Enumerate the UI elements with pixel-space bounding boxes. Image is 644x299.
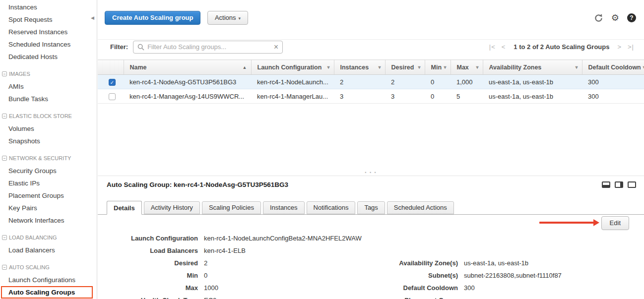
edit-button[interactable]: Edit [601, 216, 629, 230]
tab-tags[interactable]: Tags [357, 201, 385, 214]
collapse-section-icon: − [2, 71, 7, 76]
tab-instances[interactable]: Instances [263, 201, 305, 214]
tab-activity-history[interactable]: Activity History [144, 201, 200, 214]
column-header-inner: Max▾ [457, 64, 479, 71]
help-icon[interactable]: ? [627, 13, 636, 22]
column-header-availability-zones[interactable]: Availability Zones▾ [483, 60, 582, 75]
sidebar-section-label: ELASTIC BLOCK STORE [9, 113, 72, 119]
field-value-default-cooldown: 300 [464, 283, 562, 296]
sidebar-item-instances[interactable]: Instances [0, 1, 97, 13]
collapse-section-icon: − [2, 235, 7, 240]
next-page-button[interactable]: > [617, 43, 622, 51]
filter-input[interactable] [147, 43, 274, 51]
field-label-min: Min [107, 271, 198, 283]
sidebar-item-spot-requests[interactable]: Spot Requests [0, 13, 97, 26]
field-value-placement-group [464, 296, 562, 299]
pagination: |< < 1 to 2 of 2 Auto Scaling Groups > >… [489, 43, 634, 51]
field-label-health-check-type: Health Check Type [107, 296, 198, 299]
column-header-desired[interactable]: Desired▾ [385, 60, 425, 75]
sidebar-item-auto-scaling-groups[interactable]: Auto Scaling Groups [1, 286, 93, 299]
column-caret-icon[interactable]: ▾ [327, 64, 329, 70]
column-caret-icon[interactable]: ▾ [575, 64, 578, 70]
cell-launch-configuration: ken-rc4-1-NodeLaunch... [251, 75, 334, 89]
column-caret-icon[interactable]: ▾ [378, 64, 381, 70]
sidebar-item-dedicated-hosts[interactable]: Dedicated Hosts [0, 51, 97, 63]
tab-details[interactable]: Details [107, 201, 142, 215]
details-pane-bottom-icon[interactable] [602, 181, 610, 188]
sidebar-collapse-icon[interactable]: ◀ [91, 15, 94, 20]
column-label: Desired [391, 64, 414, 71]
column-caret-icon[interactable]: ▾ [418, 64, 420, 70]
clear-filter-icon[interactable]: × [274, 43, 278, 51]
column-header-min[interactable]: Min▾ [425, 60, 451, 75]
sidebar-section-auto-scaling[interactable]: −AUTO SCALING [0, 261, 97, 274]
first-page-button[interactable]: |< [489, 43, 496, 51]
last-page-button[interactable]: >| [628, 43, 634, 51]
column-caret-icon[interactable]: ▾ [476, 64, 478, 70]
sidebar-item-security-groups[interactable]: Security Groups [0, 165, 97, 177]
tab-scaling-policies[interactable]: Scaling Policies [202, 201, 261, 214]
field-label-availability-zone-s: Availability Zone(s) [374, 258, 458, 271]
sidebar-item-scheduled-instances[interactable]: Scheduled Instances [0, 38, 97, 51]
field-value-subnet-s: subnet-22163808,subnet-f1110f87 [464, 271, 562, 283]
sidebar-item-launch-configurations[interactable]: Launch Configurations [0, 274, 97, 286]
column-header-inner: Default Cooldown▾ [588, 64, 641, 71]
row-checkbox[interactable] [109, 93, 116, 100]
sidebar-item-amis[interactable]: AMIs [0, 80, 97, 93]
row-checkbox[interactable]: ✓ [109, 79, 116, 86]
column-header-max[interactable]: Max▾ [451, 60, 483, 75]
column-label: Min [431, 64, 442, 71]
sort-ascending-icon[interactable]: ▲ [243, 65, 247, 70]
pane-splitter-handle[interactable]: • • • [98, 170, 644, 176]
sidebar-section-network-security[interactable]: −NETWORK & SECURITY [0, 152, 97, 165]
column-label: Max [457, 64, 469, 71]
column-header-inner: Instances▾ [340, 64, 381, 71]
column-label: Availability Zones [489, 64, 542, 71]
column-header-name[interactable]: Name▲ [124, 60, 251, 75]
table-row[interactable]: ken-rc4-1-ManagerAsg-14US9WWCR...ken-rc4… [98, 89, 644, 104]
column-label: Name [130, 64, 147, 71]
previous-page-button[interactable]: < [502, 43, 506, 51]
sidebar-section-elastic-block-store[interactable]: −ELASTIC BLOCK STORE [0, 110, 97, 122]
column-header-inner: Name▲ [130, 64, 247, 71]
collapse-section-icon: − [2, 114, 7, 119]
column-header-inner: Availability Zones▾ [489, 64, 578, 71]
column-header-default-cooldown[interactable]: Default Cooldown▾ [582, 60, 644, 75]
filter-search-box[interactable]: × [133, 41, 283, 54]
cell-launch-configuration: ken-rc4-1-ManagerLau... [251, 89, 334, 104]
sidebar-item-placement-groups[interactable]: Placement Groups [0, 189, 97, 202]
tab-scheduled-actions[interactable]: Scheduled Actions [387, 201, 454, 214]
sidebar-item-bundle-tasks[interactable]: Bundle Tasks [0, 93, 97, 105]
cell-max: 1,000 [451, 75, 483, 89]
pane-layout-controls [602, 181, 636, 188]
column-label: Default Cooldown [588, 64, 641, 71]
sidebar-section-load-balancing[interactable]: −LOAD BALANCING [0, 232, 97, 244]
cell-max: 5 [451, 89, 483, 104]
field-value-availability-zone-s: us-east-1a, us-east-1b [464, 258, 562, 271]
sidebar-item-snapshots[interactable]: Snapshots [0, 135, 97, 147]
sidebar-item-network-interfaces[interactable]: Network Interfaces [0, 214, 97, 227]
table-row[interactable]: ✓ken-rc4-1-NodeAsg-G5TU3P561BG3ken-rc4-1… [98, 75, 644, 89]
sidebar-section-images[interactable]: −IMAGES [0, 68, 97, 80]
sidebar-item-elastic-ips[interactable]: Elastic IPs [0, 177, 97, 189]
sidebar-item-key-pairs[interactable]: Key Pairs [0, 202, 97, 214]
column-header-instances[interactable]: Instances▾ [334, 60, 385, 75]
details-pane-hide-icon[interactable] [628, 181, 636, 188]
tab-notifications[interactable]: Notifications [307, 201, 356, 214]
column-caret-icon[interactable]: ▾ [444, 64, 446, 70]
actions-button[interactable]: Actions▾ [207, 11, 248, 25]
column-header-launch-configuration[interactable]: Launch Configuration▾ [251, 60, 334, 75]
ec2-console-page: InstancesSpot RequestsReserved Instances… [0, 0, 644, 299]
cell-desired: 3 [385, 89, 425, 104]
sidebar-item-reserved-instances[interactable]: Reserved Instances [0, 26, 97, 38]
gear-icon[interactable]: ⚙ [611, 13, 619, 23]
details-pane-right-icon[interactable] [615, 181, 623, 188]
sidebar-item-volumes[interactable]: Volumes [0, 122, 97, 135]
details-pane: Auto Scaling Group: ken-rc4-1-NodeAsg-G5… [98, 176, 644, 299]
create-auto-scaling-group-button[interactable]: Create Auto Scaling group [105, 11, 200, 25]
sidebar-navigation: InstancesSpot RequestsReserved Instances… [0, 1, 97, 299]
field-label-launch-configuration: Launch Configuration [107, 234, 198, 246]
sidebar-item-load-balancers[interactable]: Load Balancers [0, 244, 97, 256]
cell-default-cooldown: 300 [582, 75, 644, 89]
refresh-icon[interactable] [594, 13, 603, 23]
